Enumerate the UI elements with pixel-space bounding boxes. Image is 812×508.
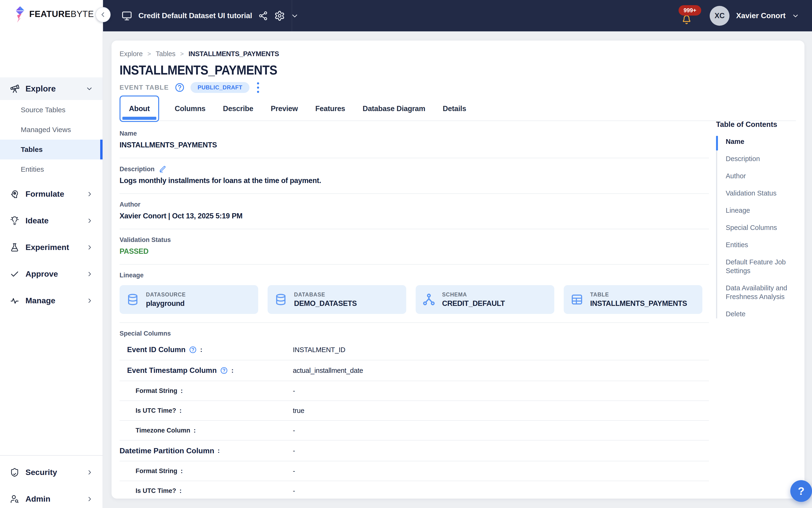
lineage-cards: DATASOURCE playground DATABASE DEMO_DATA… (120, 285, 709, 314)
tab-columns[interactable]: Columns (173, 104, 208, 113)
sidebar-item-approve[interactable]: Approve (0, 261, 102, 287)
row-value: actual_installment_date (293, 367, 363, 375)
section-label: Special Columns (120, 330, 709, 337)
topbar-divider (291, 0, 292, 31)
share-icon[interactable] (258, 11, 268, 21)
sidebar-item-security[interactable]: Security (0, 459, 102, 485)
tab-features[interactable]: Features (313, 104, 347, 113)
breadcrumb-separator: > (180, 50, 184, 57)
tab-database-diagram[interactable]: Database Diagram (361, 104, 427, 113)
lineage-type: DATABASE (294, 292, 357, 298)
lineage-card-datasource: DATASOURCE playground (120, 285, 258, 314)
row-colon: : (200, 346, 202, 353)
toc-item-special-columns[interactable]: Special Columns (726, 223, 803, 232)
breadcrumb: Explore > Tables > INSTALLMENTS_PAYMENTS (120, 41, 796, 58)
user-name[interactable]: Xavier Conort (736, 11, 785, 20)
shield-check-icon (10, 468, 19, 477)
row-colon: : (231, 367, 233, 374)
project-switcher[interactable]: Credit Default Dataset UI tutorial (122, 10, 298, 21)
section-label: Author (120, 201, 709, 208)
sidebar-item-managed-views[interactable]: Managed Views (0, 120, 102, 140)
breadcrumb-explore[interactable]: Explore (120, 50, 143, 58)
breadcrumb-separator: > (147, 50, 151, 57)
sidebar-collapse-button[interactable] (95, 7, 110, 22)
brand-primary: FEATURE (29, 9, 71, 19)
row-label: Event ID Column (127, 345, 186, 354)
chevron-right-icon (87, 244, 93, 250)
tab-preview[interactable]: Preview (269, 104, 300, 113)
bell-icon (681, 14, 692, 25)
toc-item-description[interactable]: Description (726, 155, 803, 163)
special-column-row: Event Timestamp Column : actual_installm… (120, 361, 709, 381)
sidebar-item-admin[interactable]: Admin (0, 485, 102, 508)
notification-count-badge: 999+ (679, 5, 701, 15)
lineage-type: DATASOURCE (146, 292, 186, 298)
toc-item-validation-status[interactable]: Validation Status (726, 189, 803, 198)
sidebar-item-label: Admin (26, 494, 50, 504)
toc-item-data-availability[interactable]: Data Availability and Freshness Analysis (726, 284, 803, 301)
row-label: Format String (136, 467, 177, 475)
breadcrumb-current: INSTALLMENTS_PAYMENTS (189, 50, 279, 58)
table-of-contents: Table of Contents Name Description Autho… (716, 120, 803, 327)
special-column-subrow: Is UTC Time? : - (120, 481, 709, 501)
help-fab-button[interactable]: ? (790, 480, 812, 502)
lineage-value: CREDIT_DEFAULT (442, 299, 505, 308)
section-label: Name (120, 130, 709, 137)
sidebar-item-formulate[interactable]: Formulate (0, 181, 102, 207)
sidebar-item-source-tables[interactable]: Source Tables (0, 100, 102, 120)
user-menu-chevron-down-icon[interactable] (792, 12, 799, 19)
sidebar-item-label: Formulate (26, 189, 64, 199)
section-validation-status: Validation Status PASSED (120, 229, 709, 265)
gear-icon[interactable] (274, 10, 285, 21)
notifications-button[interactable]: 999+ (679, 0, 703, 31)
help-circle-icon[interactable] (175, 82, 185, 93)
sidebar-item-manage[interactable]: Manage (0, 287, 102, 314)
tab-about[interactable]: About (120, 95, 159, 122)
toc-item-name[interactable]: Name (726, 137, 803, 146)
toc-item-author[interactable]: Author (726, 172, 803, 180)
sidebar-item-label: Manage (26, 296, 55, 305)
featurebyte-logo[interactable]: FEATUREBYTE (14, 6, 94, 23)
toc-item-default-feature-job-settings[interactable]: Default Feature Job Settings (726, 258, 803, 275)
chevron-right-icon (87, 218, 93, 224)
explore-submenu: Source Tables Managed Views Tables Entit… (0, 100, 102, 179)
sidebar: FEATUREBYTE Explore Source Tables Manage… (0, 0, 103, 508)
toc-item-entities[interactable]: Entities (726, 241, 803, 249)
special-column-subrow: Format String : - (120, 461, 709, 481)
project-title: Credit Default Dataset UI tutorial (138, 11, 252, 20)
avatar[interactable]: XC (710, 6, 729, 26)
help-circle-icon[interactable] (189, 346, 197, 354)
breadcrumb-tables[interactable]: Tables (156, 50, 176, 58)
toc-item-delete[interactable]: Delete (726, 310, 803, 319)
featurebyte-logo-icon (14, 6, 26, 23)
tab-describe[interactable]: Describe (221, 104, 255, 113)
tabs-bar: About Columns Describe Preview Features … (120, 95, 796, 123)
sidebar-item-ideate[interactable]: Ideate (0, 207, 102, 234)
description-value: Logs monthly installments for loans at t… (120, 176, 709, 185)
row-value: - (293, 467, 295, 475)
kebab-menu-icon[interactable] (255, 81, 261, 94)
activity-icon (10, 296, 19, 305)
row-label: Is UTC Time? (136, 407, 176, 414)
top-bar: Credit Default Dataset UI tutorial 999+ … (103, 0, 812, 31)
toc-list: Name Description Author Validation Statu… (716, 137, 803, 319)
chevron-down-icon[interactable] (291, 12, 298, 19)
row-colon: : (193, 427, 196, 434)
sidebar-item-entities[interactable]: Entities (0, 160, 102, 179)
name-value: INSTALLMENTS_PAYMENTS (120, 141, 709, 149)
sidebar-item-explore[interactable]: Explore (0, 77, 102, 100)
toc-item-lineage[interactable]: Lineage (726, 206, 803, 215)
row-value: - (293, 427, 295, 434)
row-label: Event Timestamp Column (127, 366, 217, 375)
row-value: - (293, 487, 295, 495)
topbar-right: 999+ XC Xavier Conort (679, 0, 799, 31)
chevron-right-icon (87, 469, 93, 475)
sidebar-item-experiment[interactable]: Experiment (0, 234, 102, 261)
help-circle-icon[interactable] (220, 367, 228, 375)
tab-details[interactable]: Details (441, 104, 468, 113)
section-special-columns: Special Columns Event ID Column : INSTAL… (120, 323, 709, 501)
pencil-icon[interactable] (159, 165, 167, 173)
sidebar-item-tables[interactable]: Tables (0, 140, 102, 160)
validation-status-value: PASSED (120, 247, 709, 256)
featurebyte-app: Credit Default Dataset UI tutorial 999+ … (0, 0, 812, 508)
